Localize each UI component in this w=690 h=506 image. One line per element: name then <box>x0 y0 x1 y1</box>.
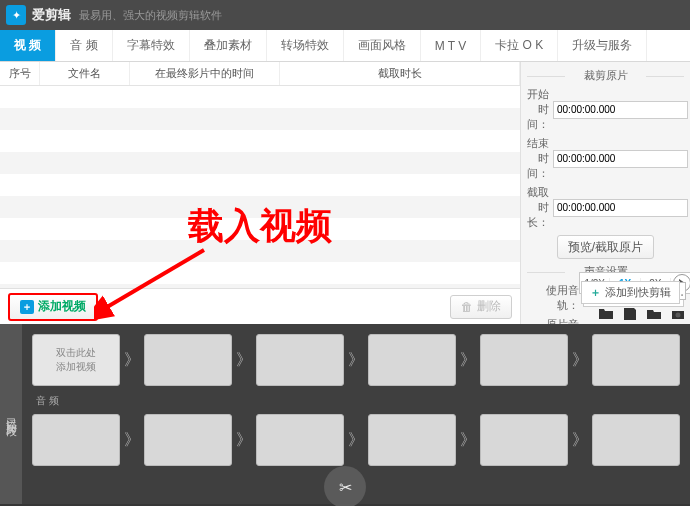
plus-icon: ＋ <box>590 285 601 300</box>
audio-track-label: 使用音轨： <box>527 283 579 313</box>
tab-audio[interactable]: 音 频 <box>56 30 112 61</box>
clip-list-footer: ＋ 添加视频 🗑 删除 <box>0 288 520 324</box>
trash-icon: 🗑 <box>461 300 473 314</box>
add-video-label: 添加视频 <box>38 298 86 315</box>
clip-slot[interactable] <box>368 334 456 386</box>
video-clip-row: 双击此处 添加视频 》 》 》 》 》 <box>32 334 680 386</box>
start-time-label: 开始时间： <box>527 87 549 132</box>
duration-label: 截取时长： <box>527 185 549 230</box>
annotation-load-video: 载入视频 <box>188 202 332 251</box>
tab-subtitle-fx[interactable]: 字幕特效 <box>113 30 190 61</box>
save-icon[interactable] <box>622 306 638 322</box>
audio-row-label: 音 频 <box>32 392 680 408</box>
folder-icon[interactable] <box>646 306 662 322</box>
svg-point-2 <box>676 313 681 318</box>
audio-clip-row: 》 》 》 》 》 <box>32 414 680 466</box>
app-logo-icon: ✦ <box>6 5 26 25</box>
chevron-right-icon: 》 <box>460 350 476 371</box>
clip-slot[interactable] <box>144 334 232 386</box>
start-time-input[interactable] <box>553 101 688 119</box>
chevron-right-icon: 》 <box>348 350 364 371</box>
audio-slot[interactable] <box>592 414 680 466</box>
chevron-right-icon: 》 <box>124 430 140 451</box>
camera-icon[interactable] <box>670 306 686 322</box>
app-title: 爱剪辑 <box>32 6 71 24</box>
chevron-right-icon: 》 <box>572 430 588 451</box>
col-filename[interactable]: 文件名 <box>40 62 130 85</box>
clip-slot[interactable] <box>592 334 680 386</box>
chevron-right-icon: 》 <box>124 350 140 371</box>
col-index[interactable]: 序号 <box>0 62 40 85</box>
titlebar: ✦ 爱剪辑 最易用、强大的视频剪辑软件 <box>0 0 690 30</box>
folder-open-icon[interactable] <box>598 306 614 322</box>
audio-slot[interactable] <box>144 414 232 466</box>
file-toolbar <box>598 306 686 322</box>
add-to-quickcut-popup[interactable]: ＋ 添加到快剪辑 <box>581 281 680 304</box>
clip-slot[interactable] <box>480 334 568 386</box>
col-time-in-final[interactable]: 在最终影片中的时间 <box>130 62 280 85</box>
app-tagline: 最易用、强大的视频剪辑软件 <box>79 8 222 23</box>
add-video-button[interactable]: ＋ 添加视频 <box>8 293 98 321</box>
delete-button[interactable]: 🗑 删除 <box>450 295 512 319</box>
audio-slot[interactable] <box>256 414 344 466</box>
preview-trim-button[interactable]: 预览/截取原片 <box>557 235 654 259</box>
delete-label: 删除 <box>477 298 501 315</box>
tab-style[interactable]: 画面风格 <box>344 30 421 61</box>
tab-mtv[interactable]: M T V <box>421 30 482 61</box>
clip-list-pane: 序号 文件名 在最终影片中的时间 截取时长 载入视频 ＋ 添加视频 🗑 删除 <box>0 62 520 324</box>
cut-button[interactable]: ✂ <box>324 466 366 506</box>
audio-slot[interactable] <box>480 414 568 466</box>
end-time-label: 结束时间： <box>527 136 549 181</box>
col-duration[interactable]: 截取时长 <box>280 62 520 85</box>
main-tabs: 视 频 音 频 字幕特效 叠加素材 转场特效 画面风格 M T V 卡拉 O K… <box>0 30 690 62</box>
audio-slot[interactable] <box>32 414 120 466</box>
chevron-right-icon: 》 <box>236 350 252 371</box>
volume-label: 原片音量： <box>527 317 579 324</box>
scissors-icon: ✂ <box>339 478 352 497</box>
strip-label: 已添加片段 <box>0 324 22 504</box>
add-video-icon: ＋ <box>20 300 34 314</box>
chevron-right-icon: 》 <box>572 350 588 371</box>
tab-overlay[interactable]: 叠加素材 <box>190 30 267 61</box>
add-to-quickcut-label: 添加到快剪辑 <box>605 285 671 300</box>
end-time-input[interactable] <box>553 150 688 168</box>
duration-input[interactable] <box>553 199 688 217</box>
chevron-right-icon: 》 <box>460 430 476 451</box>
trim-section-title: 裁剪原片 <box>527 66 684 85</box>
chevron-right-icon: 》 <box>236 430 252 451</box>
clip-slot-add[interactable]: 双击此处 添加视频 <box>32 334 120 386</box>
tab-video[interactable]: 视 频 <box>0 30 56 61</box>
clip-table-header: 序号 文件名 在最终影片中的时间 截取时长 <box>0 62 520 86</box>
clip-slot[interactable] <box>256 334 344 386</box>
tab-upgrade[interactable]: 升级与服务 <box>558 30 647 61</box>
clip-table-body[interactable]: 载入视频 <box>0 86 520 288</box>
chevron-right-icon: 》 <box>348 430 364 451</box>
tab-transition[interactable]: 转场特效 <box>267 30 344 61</box>
tab-karaoke[interactable]: 卡拉 O K <box>481 30 558 61</box>
audio-slot[interactable] <box>368 414 456 466</box>
